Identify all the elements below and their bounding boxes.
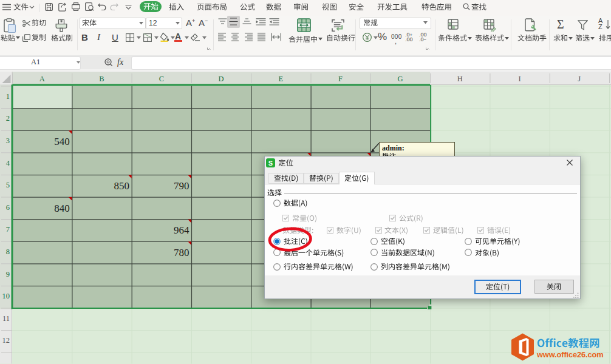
svg-text:S: S bbox=[268, 160, 273, 167]
